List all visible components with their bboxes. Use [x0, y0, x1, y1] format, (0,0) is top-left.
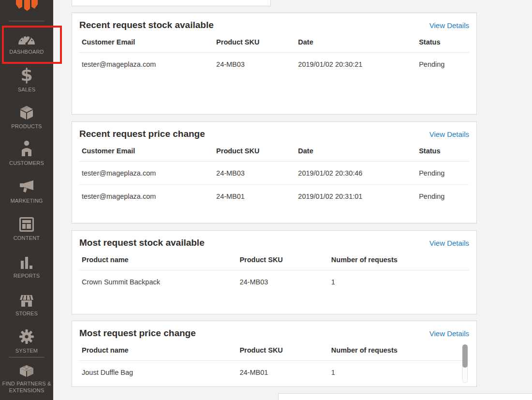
requests-table: Customer Email Product SKU Date Status t… [79, 33, 469, 75]
reports-bars-icon [19, 256, 34, 269]
card-recent-request-stock-available: Recent request stock available View Deta… [72, 13, 477, 115]
products-box-icon [19, 105, 34, 120]
view-details-link[interactable]: View Details [429, 130, 469, 138]
cell-date: 2019/01/02 20:31:01 [296, 185, 416, 208]
column-header: Customer Email [79, 142, 214, 162]
sidebar-item-system[interactable]: SYSTEM [0, 327, 53, 354]
cell-request-count: 1 [329, 361, 469, 384]
table-row: tester@mageplaza.com 24-MB03 2019/01/02 … [79, 53, 469, 76]
sidebar-item-label: SYSTEM [0, 347, 53, 354]
sidebar-item-label: PRODUCTS [0, 123, 53, 130]
magento-logo-icon [14, 0, 40, 13]
sidebar-item-label: MARKETING [0, 197, 53, 204]
system-gear-icon [19, 329, 34, 344]
column-header: Status [416, 142, 469, 162]
card-scrollbar-track[interactable] [462, 344, 468, 383]
sidebar-item-stores[interactable]: STORES [0, 290, 53, 317]
cell-product-sku: 24-MB03 [214, 53, 296, 76]
customers-person-icon [20, 140, 33, 157]
sidebar-item-marketing[interactable]: MARKETING [0, 177, 53, 204]
cell-status: Pending [416, 53, 469, 76]
column-header: Product name [79, 251, 237, 270]
sidebar-item-dashboard[interactable]: DASHBOARD [0, 28, 53, 55]
cell-date: 2019/01/02 20:30:21 [296, 53, 416, 76]
column-header: Product SKU [214, 142, 296, 162]
cell-product-sku: 24-MB01 [237, 361, 328, 384]
content-layout-icon [19, 217, 34, 232]
cell-product-sku: 24-MB03 [237, 270, 328, 294]
card-scrollbar-thumb[interactable] [462, 344, 468, 368]
cell-status: Pending [416, 185, 469, 208]
column-header: Product name [79, 341, 237, 361]
view-details-link[interactable]: View Details [429, 329, 469, 338]
sidebar-item-content[interactable]: CONTENT [0, 214, 53, 241]
cell-product-sku: 24-MB03 [214, 162, 296, 185]
magento-logo[interactable] [0, 0, 53, 13]
card-most-request-price-change: Most request price change View Details P… [72, 321, 477, 387]
stores-shop-icon [19, 294, 34, 307]
card-title: Most request price change [79, 328, 196, 339]
cell-product-name: Joust Duffle Bag [79, 361, 237, 384]
card-title: Most request stock available [79, 237, 205, 248]
view-details-link[interactable]: View Details [429, 21, 469, 30]
column-header: Product SKU [237, 251, 328, 270]
cell-request-count: 1 [329, 270, 469, 294]
column-header: Number of requests [329, 341, 469, 361]
sidebar-item-sales[interactable]: $ SALES [0, 66, 53, 93]
sidebar-item-label: DASHBOARD [0, 48, 53, 55]
partial-panel-top [72, 0, 271, 6]
sidebar-item-label: SALES [0, 86, 53, 93]
cell-status: Pending [416, 162, 469, 185]
sidebar-item-label: STORES [0, 310, 53, 317]
view-details-link[interactable]: View Details [429, 239, 469, 247]
card-title: Recent request price change [79, 129, 205, 139]
card-recent-request-price-change: Recent request price change View Details… [72, 121, 477, 223]
table-row: Crown Summit Backpack 24-MB03 1 [79, 270, 469, 294]
card-most-request-stock-available: Most request stock available View Detail… [72, 230, 477, 314]
column-header: Product SKU [237, 341, 328, 361]
sidebar-item-find-partners[interactable]: FIND PARTNERS & EXTENSIONS [0, 362, 53, 394]
sidebar-divider-top [9, 21, 44, 21]
cell-customer-email: tester@mageplaza.com [79, 185, 214, 208]
sidebar-item-label: FIND PARTNERS & EXTENSIONS [0, 380, 53, 394]
sidebar-item-customers[interactable]: CUSTOMERS [0, 139, 53, 166]
table-row: tester@mageplaza.com 24-MB03 2019/01/02 … [79, 162, 469, 185]
sidebar-item-label: CONTENT [0, 235, 53, 241]
admin-sidebar: DASHBOARD $ SALES PRODUCTS CUSTOMERS [0, 0, 53, 400]
column-header: Number of requests [329, 251, 469, 270]
cell-customer-email: tester@mageplaza.com [79, 53, 214, 76]
column-header: Customer Email [79, 33, 214, 53]
partners-brick-icon [19, 363, 34, 377]
column-header: Status [416, 33, 469, 53]
cell-product-sku: 24-MB01 [214, 185, 296, 208]
dashboard-gauge-icon [17, 32, 36, 45]
sidebar-divider-bottom [9, 357, 44, 357]
requests-table: Customer Email Product SKU Date Status t… [79, 142, 469, 207]
column-header: Date [296, 33, 416, 53]
requests-table: Product name Product SKU Number of reque… [79, 341, 469, 384]
sales-dollar-icon: $ [20, 67, 32, 83]
sidebar-item-label: REPORTS [0, 272, 53, 279]
sidebar-item-products[interactable]: PRODUCTS [0, 103, 53, 130]
card-title: Recent request stock available [79, 20, 214, 30]
table-row: Joust Duffle Bag 24-MB01 1 [79, 361, 469, 384]
requests-table: Product name Product SKU Number of reque… [79, 251, 469, 293]
cell-product-name: Crown Summit Backpack [79, 270, 237, 294]
column-header: Date [296, 142, 416, 162]
column-header: Product SKU [214, 33, 296, 53]
cell-date: 2019/01/02 20:30:46 [296, 162, 416, 185]
partial-panel-bottom [278, 393, 532, 400]
marketing-megaphone-icon [19, 180, 34, 194]
sidebar-item-reports[interactable]: REPORTS [0, 252, 53, 279]
table-row: tester@mageplaza.com 24-MB01 2019/01/02 … [79, 185, 469, 208]
sidebar-item-label: CUSTOMERS [0, 160, 53, 166]
cell-customer-email: tester@mageplaza.com [79, 162, 214, 185]
